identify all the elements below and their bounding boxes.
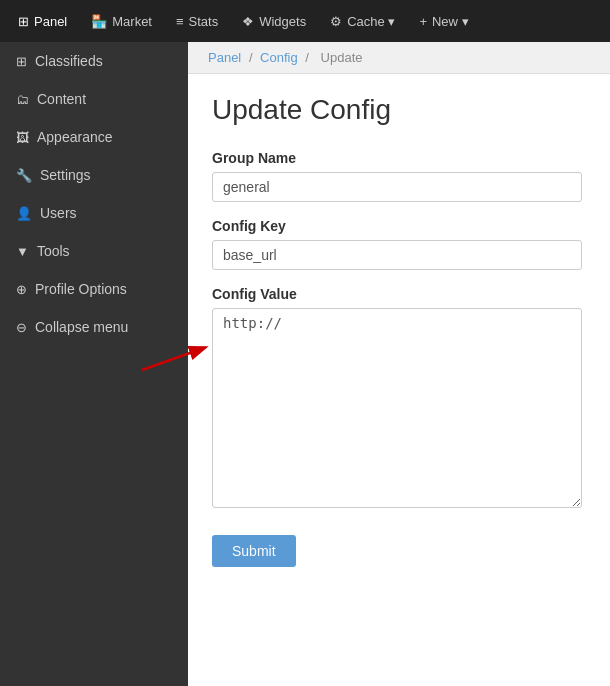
new-icon: + [419,14,427,29]
breadcrumb-sep2: / [305,50,312,65]
sidebar-item-collapse[interactable]: ⊖ Collapse menu [0,308,188,346]
nav-market-label: Market [112,14,152,29]
top-navigation: ⊞ Panel 🏪 Market ≡ Stats ❖ Widgets ⚙ Cac… [0,0,610,42]
widgets-icon: ❖ [242,14,254,29]
form-content: Update Config Group Name Config Key Conf… [188,74,610,587]
group-name-group: Group Name [212,150,586,202]
config-key-label: Config Key [212,218,586,234]
nav-panel[interactable]: ⊞ Panel [8,8,77,35]
sidebar-label-classifieds: Classifieds [35,53,103,69]
cache-icon: ⚙ [330,14,342,29]
market-icon: 🏪 [91,14,107,29]
sidebar: ⊞ Classifieds 🗂 Content 🖼 Appearance 🔧 S… [0,42,188,686]
nav-widgets-label: Widgets [259,14,306,29]
breadcrumb-update: Update [321,50,363,65]
breadcrumb-config[interactable]: Config [260,50,298,65]
content-icon: 🗂 [16,92,29,107]
main-content: Panel / Config / Update Update Config Gr… [188,42,610,686]
classifieds-icon: ⊞ [16,54,27,69]
sidebar-label-appearance: Appearance [37,129,113,145]
sidebar-label-users: Users [40,205,77,221]
config-key-group: Config Key [212,218,586,270]
nav-new[interactable]: + New ▾ [409,8,478,35]
collapse-icon: ⊖ [16,320,27,335]
breadcrumb-sep1: / [249,50,256,65]
profile-options-icon: ⊕ [16,282,27,297]
sidebar-label-settings: Settings [40,167,91,183]
appearance-icon: 🖼 [16,130,29,145]
panel-icon: ⊞ [18,14,29,29]
nav-stats-label: Stats [189,14,219,29]
page-title: Update Config [212,94,586,126]
settings-icon: 🔧 [16,168,32,183]
breadcrumb-panel[interactable]: Panel [208,50,241,65]
tools-icon: ▼ [16,244,29,259]
group-name-input[interactable] [212,172,582,202]
sidebar-item-users[interactable]: 👤 Users [0,194,188,232]
config-value-textarea[interactable]: http:// [212,308,582,508]
nav-cache[interactable]: ⚙ Cache ▾ [320,8,405,35]
sidebar-item-settings[interactable]: 🔧 Settings [0,156,188,194]
sidebar-item-profile-options[interactable]: ⊕ Profile Options [0,270,188,308]
config-key-input[interactable] [212,240,582,270]
sidebar-label-collapse: Collapse menu [35,319,128,335]
sidebar-item-content[interactable]: 🗂 Content [0,80,188,118]
users-icon: 👤 [16,206,32,221]
stats-icon: ≡ [176,14,184,29]
sidebar-item-classifieds[interactable]: ⊞ Classifieds [0,42,188,80]
breadcrumb: Panel / Config / Update [188,42,610,74]
sidebar-item-tools[interactable]: ▼ Tools [0,232,188,270]
nav-cache-label: Cache ▾ [347,14,395,29]
submit-button[interactable]: Submit [212,535,296,567]
nav-market[interactable]: 🏪 Market [81,8,162,35]
sidebar-label-profile-options: Profile Options [35,281,127,297]
sidebar-label-tools: Tools [37,243,70,259]
nav-new-label: New ▾ [432,14,469,29]
sidebar-label-content: Content [37,91,86,107]
sidebar-item-appearance[interactable]: 🖼 Appearance [0,118,188,156]
config-value-label: Config Value [212,286,586,302]
nav-panel-label: Panel [34,14,67,29]
textarea-container: http:// [212,308,582,511]
nav-stats[interactable]: ≡ Stats [166,8,228,35]
group-name-label: Group Name [212,150,586,166]
nav-widgets[interactable]: ❖ Widgets [232,8,316,35]
config-value-group: Config Value http:// [212,286,586,511]
